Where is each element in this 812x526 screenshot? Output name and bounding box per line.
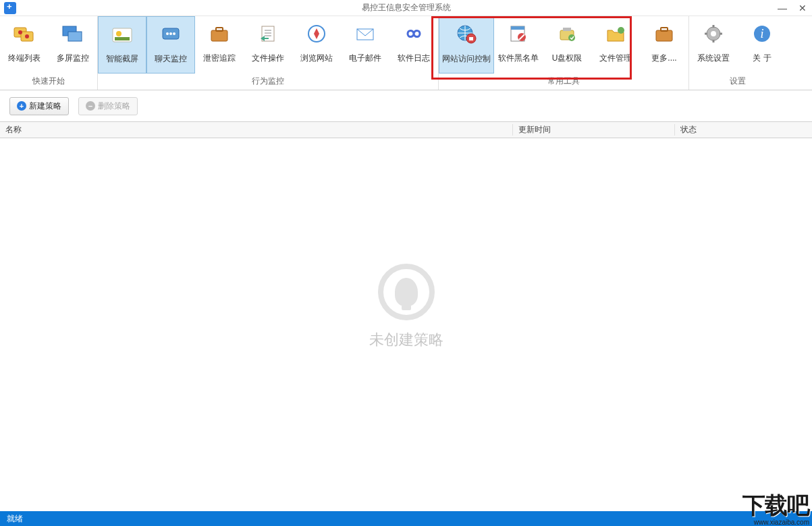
ribbon: 终端列表 多屏监控 快速开始 智能截屏 聊天监 bbox=[0, 16, 812, 90]
titlebar: 易控王信息安全管理系统 — ✕ bbox=[0, 0, 812, 16]
site-access-button[interactable]: 网站访问控制 bbox=[439, 16, 494, 74]
svg-rect-32 bbox=[656, 30, 672, 41]
empty-state: 未创建策略 bbox=[0, 138, 812, 475]
software-blacklist-label: 软件黑名单 bbox=[498, 53, 539, 64]
svg-point-30 bbox=[568, 34, 575, 41]
ribbon-group-tools: 网站访问控制 软件黑名单 U盘权限 文件管理 bbox=[439, 16, 689, 90]
delete-policy-button[interactable]: – 删除策略 bbox=[78, 97, 138, 115]
terminal-list-icon bbox=[12, 22, 36, 46]
svg-rect-5 bbox=[68, 32, 82, 41]
mail-icon bbox=[353, 22, 377, 46]
minus-icon: – bbox=[86, 101, 95, 111]
app-icon bbox=[4, 2, 16, 14]
email-button[interactable]: 电子邮件 bbox=[341, 16, 389, 74]
gear-icon bbox=[701, 22, 726, 46]
multi-screen-label: 多屏监控 bbox=[57, 53, 89, 64]
svg-point-2 bbox=[18, 30, 22, 34]
group-behavior-label: 行为监控 bbox=[98, 74, 438, 90]
close-button[interactable]: ✕ bbox=[797, 3, 808, 13]
plus-icon: + bbox=[17, 101, 26, 111]
site-access-label: 网站访问控制 bbox=[442, 53, 491, 65]
policy-table: 名称 更新时间 状态 未创建策略 bbox=[0, 121, 812, 475]
browse-site-button[interactable]: 浏览网站 bbox=[292, 16, 341, 74]
svg-point-11 bbox=[169, 32, 172, 35]
empty-text: 未创建策略 bbox=[369, 330, 443, 350]
blacklist-icon bbox=[506, 22, 531, 46]
svg-rect-14 bbox=[216, 28, 223, 31]
file-manage-label: 文件管理 bbox=[599, 53, 632, 64]
group-tools-label: 常用工具 bbox=[439, 74, 688, 90]
svg-point-12 bbox=[173, 32, 175, 35]
email-label: 电子邮件 bbox=[349, 53, 381, 64]
chat-icon bbox=[159, 22, 183, 47]
more-label: 更多.... bbox=[651, 53, 676, 64]
info-icon: i bbox=[750, 22, 774, 46]
svg-point-7 bbox=[116, 31, 121, 36]
column-status[interactable]: 状态 bbox=[675, 124, 812, 136]
file-op-button[interactable]: 文件操作 bbox=[244, 16, 292, 74]
svg-text:i: i bbox=[760, 27, 763, 40]
column-update[interactable]: 更新时间 bbox=[513, 124, 675, 136]
briefcase-icon bbox=[207, 22, 232, 46]
watermark-brand: 下载吧 bbox=[742, 490, 809, 521]
ribbon-group-settings: 系统设置 i 关 于 设置 bbox=[689, 16, 786, 90]
new-policy-label: 新建策略 bbox=[29, 100, 61, 112]
chat-monitor-button[interactable]: 聊天监控 bbox=[146, 16, 195, 74]
ribbon-group-behavior: 智能截屏 聊天监控 泄密追踪 文件操作 bbox=[98, 16, 439, 90]
leak-track-label: 泄密追踪 bbox=[203, 53, 236, 64]
minimize-button[interactable]: — bbox=[777, 3, 788, 13]
bulb-icon bbox=[378, 264, 435, 320]
system-settings-label: 系统设置 bbox=[697, 53, 730, 64]
svg-rect-33 bbox=[661, 28, 668, 31]
about-button[interactable]: i 关 于 bbox=[738, 16, 786, 74]
compass-icon bbox=[304, 22, 329, 46]
browse-site-label: 浏览网站 bbox=[300, 53, 333, 64]
screenshot-label: 智能截屏 bbox=[106, 53, 138, 65]
screenshot-icon bbox=[110, 22, 134, 47]
multi-screen-button[interactable]: 多屏监控 bbox=[49, 16, 97, 74]
usb-icon bbox=[555, 22, 579, 46]
svg-rect-25 bbox=[511, 26, 524, 30]
usb-permission-label: U盘权限 bbox=[552, 53, 583, 64]
svg-point-35 bbox=[711, 31, 716, 36]
svg-point-10 bbox=[166, 32, 169, 35]
svg-rect-13 bbox=[211, 30, 227, 41]
action-bar: + 新建策略 – 删除策略 bbox=[0, 90, 812, 121]
software-log-label: 软件日志 bbox=[398, 53, 430, 64]
chat-monitor-label: 聊天监控 bbox=[155, 53, 187, 65]
terminal-list-button[interactable]: 终端列表 bbox=[0, 16, 49, 74]
statusbar: 就绪 bbox=[0, 511, 812, 526]
terminal-list-label: 终端列表 bbox=[8, 53, 40, 64]
infinity-icon bbox=[402, 22, 426, 46]
globe-lock-icon bbox=[454, 22, 479, 47]
file-op-label: 文件操作 bbox=[252, 53, 284, 64]
group-settings-label: 设置 bbox=[689, 74, 786, 90]
svg-rect-29 bbox=[563, 28, 571, 31]
svg-point-3 bbox=[25, 34, 29, 38]
screenshot-button[interactable]: 智能截屏 bbox=[98, 16, 146, 74]
multi-screen-icon bbox=[61, 22, 85, 46]
status-text: 就绪 bbox=[7, 513, 23, 525]
svg-rect-23 bbox=[469, 37, 473, 40]
system-settings-button[interactable]: 系统设置 bbox=[689, 16, 738, 74]
group-quickstart-label: 快速开始 bbox=[0, 74, 97, 90]
svg-rect-8 bbox=[115, 37, 130, 40]
software-log-button[interactable]: 软件日志 bbox=[389, 16, 438, 74]
folder-icon bbox=[603, 22, 628, 46]
usb-permission-button[interactable]: U盘权限 bbox=[543, 16, 591, 74]
svg-point-31 bbox=[618, 27, 624, 34]
briefcase2-icon bbox=[652, 22, 676, 46]
column-name[interactable]: 名称 bbox=[0, 124, 513, 136]
file-manage-button[interactable]: 文件管理 bbox=[591, 16, 640, 74]
about-label: 关 于 bbox=[753, 53, 771, 64]
software-blacklist-button[interactable]: 软件黑名单 bbox=[494, 16, 543, 74]
watermark: 下载吧 www.xiazaiba.com bbox=[742, 490, 809, 526]
delete-policy-label: 删除策略 bbox=[98, 100, 130, 112]
window-controls: — ✕ bbox=[777, 3, 808, 13]
leak-track-button[interactable]: 泄密追踪 bbox=[195, 16, 244, 74]
window-title: 易控王信息安全管理系统 bbox=[362, 2, 451, 13]
table-header: 名称 更新时间 状态 bbox=[0, 122, 812, 138]
more-button[interactable]: 更多.... bbox=[640, 16, 688, 74]
ribbon-group-quickstart: 终端列表 多屏监控 快速开始 bbox=[0, 16, 98, 90]
new-policy-button[interactable]: + 新建策略 bbox=[9, 97, 69, 115]
